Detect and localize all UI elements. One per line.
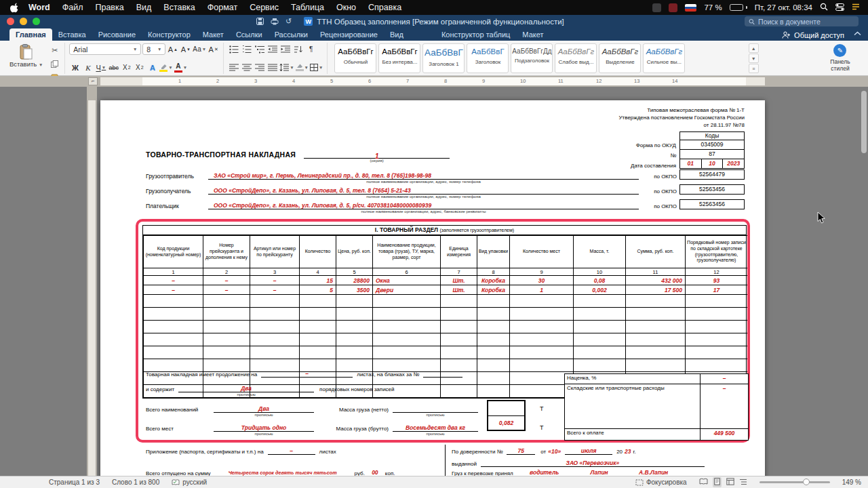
goods-data-row-2-cell-6[interactable]: Двери [373,285,441,295]
goods-empty-row-cell-12[interactable] [686,346,748,359]
vertical-ruler[interactable] [87,87,97,476]
read-mode-icon[interactable] [699,478,708,487]
goods-data-row-2-cell-9[interactable]: 1 [510,285,574,295]
goods-data-row-2-cell-11[interactable]: 17 500 [626,285,686,295]
number-value[interactable]: 87 [679,149,745,159]
line-spacing-button[interactable]: ▼ [279,62,294,73]
menu-item-3[interactable]: Вид [130,3,158,12]
okpo-value[interactable]: 52563456 [679,199,745,209]
poa-month-line[interactable]: июля [565,447,612,455]
goods-empty-row-cell-5[interactable] [336,295,373,308]
battery-icon[interactable] [730,4,747,11]
goods-empty-row-cell-2[interactable] [203,333,250,346]
share-button[interactable]: Общий доступ [782,31,844,41]
text-effects-button[interactable]: А [146,62,158,73]
shading-button[interactable]: ▼ [296,62,309,73]
goods-empty-row-cell-6[interactable] [373,346,441,359]
goods-data-row-1-cell-6[interactable]: Окна [373,276,441,285]
goods-empty-row-cell-8[interactable] [477,359,510,372]
underline-button[interactable]: Ч▼ [95,62,106,73]
borders-button[interactable]: ▼ [310,62,323,73]
cont-line[interactable]: – [261,370,353,378]
storage-value[interactable]: – [723,385,726,392]
goods-empty-row-cell-6[interactable] [373,321,441,333]
goods-header-cell-2[interactable]: Номер прейскуранта и дополнения к нему [203,236,250,268]
goods-empty-row-cell-3[interactable] [250,333,300,346]
goods-empty-row-cell-7[interactable] [441,385,477,398]
menu-item-8[interactable]: Окно [330,3,362,12]
page-count[interactable]: Страница 1 из 3 [49,479,100,486]
tab-selector[interactable]: ⌐ [88,77,98,85]
ribbon-tab-7[interactable]: Рассылки [269,28,314,41]
goods-empty-row-cell-10[interactable] [574,321,626,333]
brutto-box-value[interactable]: 0,082 [499,420,513,426]
goods-empty-row-cell-11[interactable] [626,333,686,346]
goods-data-row-1-cell-7[interactable]: Шт. [441,276,477,285]
gallery-up-icon[interactable]: ▲ [749,43,759,53]
party-value[interactable]: ООО «СтройДепо», г. Казань, ул. Липовая,… [214,202,431,209]
align-right-button[interactable] [254,62,265,73]
goods-empty-row-cell-12[interactable] [686,295,748,308]
goods-colnum-cell-4[interactable]: 4 [300,268,336,276]
goods-empty-row-cell-10[interactable] [574,359,626,372]
okpo-value[interactable]: 52563456 [679,184,745,195]
style-card-2[interactable]: АаБбВвГгБез интерва... [378,43,420,73]
date-month[interactable]: 10 [701,159,723,168]
goods-empty-row-cell-6[interactable] [373,333,441,346]
names-value[interactable]: Два [258,405,269,412]
goods-empty-row-cell-10[interactable] [574,346,626,359]
goods-empty-row-cell-3[interactable] [250,346,300,359]
gallery-expand-icon[interactable]: ≡ [749,64,759,73]
web-layout-icon[interactable] [726,478,734,487]
font-size-select[interactable]: 8▼ [142,43,165,55]
goods-header-cell-1[interactable]: Код продукции (номенклатурный номер) [144,236,203,268]
goods-data-row-1-cell-11[interactable]: 432 000 [626,276,686,285]
okpo-value[interactable]: 52564479 [679,169,745,180]
save-icon[interactable] [256,16,264,28]
goods-header-cell-12[interactable]: Порядковый номер записи по складской кар… [686,236,748,268]
issued-value[interactable]: ЗАО «Перевозчик» [566,460,619,466]
goods-data-row-2-cell-2[interactable]: – [203,285,250,295]
goods-empty-row-cell-9[interactable] [510,321,574,333]
goods-colnum-cell-5[interactable]: 5 [336,268,373,276]
goods-empty-row-cell-3[interactable] [250,308,300,321]
clear-formatting-button[interactable]: А✕ [208,43,219,55]
goods-empty-row-cell-10[interactable] [574,333,626,346]
app-menu-word[interactable]: Word [22,3,56,12]
cont-value[interactable]: – [305,370,309,377]
ribbon-tab-2[interactable]: Вставка [52,28,92,41]
poa-number-line[interactable]: 75 [507,447,535,455]
menu-item-5[interactable]: Формат [201,3,243,12]
poa-number[interactable]: 75 [518,447,524,454]
poa-month[interactable]: июля [581,447,597,454]
style-card-1[interactable]: АаБбВвГгОбычный [334,43,376,73]
horizontal-ruler[interactable]: ⌐ 1234567891011121314 [0,76,868,87]
goods-empty-row-cell-8[interactable] [477,346,510,359]
ribbon-tab-1[interactable]: Главная [9,28,52,41]
contextual-tab-1[interactable]: Конструктор таблиц [435,28,516,41]
numbering-button[interactable] [241,43,252,55]
goods-empty-row-cell-11[interactable] [626,308,686,321]
spotlight-icon[interactable] [820,3,828,12]
highlight-button[interactable]: ▼ [159,62,172,73]
goods-data-row-2-cell-4[interactable]: 5 [300,285,336,295]
goods-empty-row-cell-7[interactable] [441,295,477,308]
okud-value[interactable]: 0345009 [679,140,745,150]
document-page[interactable]: Типовая межотраслевая форма № 1-Т Утверж… [100,100,765,476]
menu-item-2[interactable]: Правка [89,3,130,12]
goods-data-row-2-cell-5[interactable]: 3500 [336,285,373,295]
goods-colnum-cell-10[interactable]: 10 [574,268,626,276]
goods-data-row-1-cell-1[interactable]: – [144,276,203,285]
menu-item-6[interactable]: Сервис [243,3,285,12]
goods-empty-row-cell-7[interactable] [441,333,477,346]
menu-item-7[interactable]: Таблица [285,3,330,12]
style-card-5[interactable]: АаБбВвГгДдПодзаголовок [511,43,553,73]
ribbon-tab-3[interactable]: Рисование [92,28,142,41]
goods-empty-row-cell-1[interactable] [144,308,203,321]
goods-header-cell-5[interactable]: Цена, руб. коп. [336,236,373,268]
goods-data-row-2-cell-3[interactable]: – [250,285,300,295]
strikethrough-button[interactable]: abc [108,62,119,73]
goods-colnum-cell-6[interactable]: 6 [373,268,441,276]
sum-value[interactable]: Четыреста сорок девять тысяч пятьсот [229,470,337,476]
cont-blank-line[interactable] [423,370,462,378]
